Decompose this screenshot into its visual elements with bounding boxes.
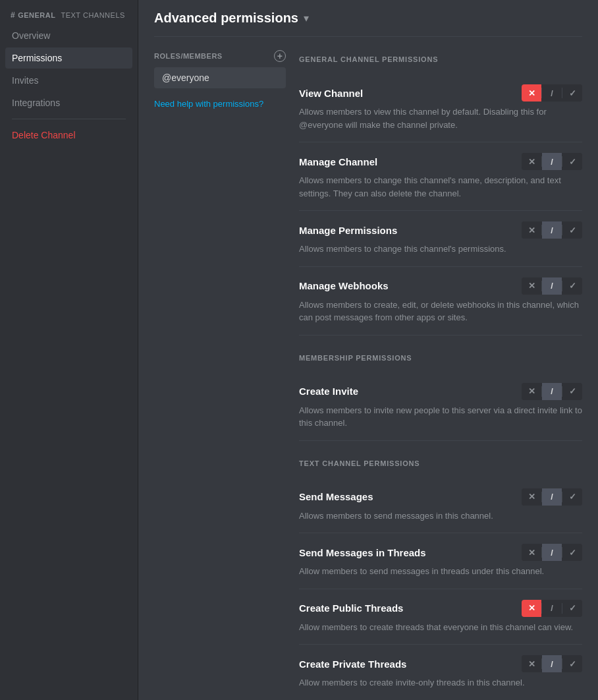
permission-send-messages: Send Messages ✕ / ✓ Allows members to se… — [299, 478, 582, 534]
page-title: Advanced permissions — [154, 11, 298, 26]
permission-create-private-threads: Create Private Threads ✕ / ✓ Allow membe… — [299, 645, 582, 700]
permission-row: Manage Permissions ✕ / ✓ — [299, 221, 582, 239]
hash-icon: # — [11, 11, 15, 20]
permission-row: Manage Channel ✕ / ✓ — [299, 153, 582, 170]
section-label-general: GENERAL CHANNEL PERMISSIONS — [299, 55, 582, 63]
permission-desc: Allows members to change this channel's … — [299, 243, 582, 256]
sidebar-item-integrations[interactable]: Integrations — [5, 92, 132, 113]
allow-button[interactable]: ✓ — [562, 84, 582, 102]
allow-button[interactable]: ✓ — [562, 221, 582, 239]
permission-desc: Allow members to create threads that eve… — [299, 621, 582, 634]
permission-desc: Allow members to send messages in thread… — [299, 565, 582, 578]
sidebar-item-label: Overview — [12, 30, 50, 41]
permission-name: Create Invite — [299, 386, 358, 397]
allow-button[interactable]: ✓ — [562, 544, 582, 561]
permissions-panel: GENERAL CHANNEL PERMISSIONS View Channel… — [299, 50, 582, 700]
neutral-button[interactable]: / — [542, 84, 562, 102]
toggle-group-create-public-threads: ✕ / ✓ — [522, 600, 582, 617]
deny-button[interactable]: ✕ — [522, 277, 541, 295]
deny-button[interactable]: ✕ — [522, 383, 541, 400]
sidebar-item-label: Delete Channel — [12, 130, 76, 140]
toggle-group-manage-channel: ✕ / ✓ — [522, 153, 582, 170]
allow-button[interactable]: ✓ — [562, 383, 582, 400]
deny-button[interactable]: ✕ — [522, 488, 541, 506]
permission-manage-channel: Manage Channel ✕ / ✓ Allows members to c… — [299, 142, 582, 211]
sidebar-sublabel: TEXT CHANNELS — [61, 11, 124, 19]
neutral-button[interactable]: / — [542, 383, 562, 400]
permission-name: Manage Channel — [299, 156, 377, 167]
permission-row: Send Messages in Threads ✕ / ✓ — [299, 544, 582, 561]
permission-manage-permissions: Manage Permissions ✕ / ✓ Allows members … — [299, 211, 582, 267]
permission-desc: Allows members to create, edit, or delet… — [299, 299, 582, 324]
chevron-down-icon[interactable]: ▾ — [304, 12, 309, 24]
everyone-label: @everyone — [162, 73, 209, 83]
allow-button[interactable]: ✓ — [562, 488, 582, 506]
permission-send-messages-threads: Send Messages in Threads ✕ / ✓ Allow mem… — [299, 533, 582, 589]
toggle-group-create-invite: ✕ / ✓ — [522, 383, 582, 400]
permission-desc: Allow members to create invite-only thre… — [299, 676, 582, 689]
toggle-group-create-private-threads: ✕ / ✓ — [522, 655, 582, 672]
toggle-group-view-channel: ✕ / ✓ — [522, 84, 582, 102]
allow-button[interactable]: ✓ — [562, 600, 582, 617]
allow-button[interactable]: ✓ — [562, 655, 582, 672]
sidebar-item-label: Permissions — [12, 53, 62, 63]
deny-button[interactable]: ✕ — [522, 544, 541, 561]
allow-button[interactable]: ✓ — [562, 153, 582, 170]
roles-label: ROLES/MEMBERS + — [154, 50, 286, 62]
neutral-button[interactable]: / — [542, 153, 562, 170]
content-layout: ROLES/MEMBERS + @everyone Need help with… — [154, 50, 582, 700]
sidebar-item-label: Integrations — [12, 98, 60, 108]
neutral-button[interactable]: / — [542, 488, 562, 506]
neutral-button[interactable]: / — [542, 600, 562, 617]
deny-button[interactable]: ✕ — [522, 84, 541, 102]
roles-label-text: ROLES/MEMBERS — [154, 52, 223, 60]
toggle-group-send-messages-threads: ✕ / ✓ — [522, 544, 582, 561]
sidebar-divider — [12, 119, 126, 119]
help-link[interactable]: Need help with permissions? — [154, 99, 286, 109]
sidebar-item-permissions[interactable]: Permissions — [5, 47, 132, 69]
permission-desc: Allows members to invite new people to t… — [299, 404, 582, 430]
plus-icon: + — [277, 51, 283, 61]
permission-name: Send Messages — [299, 491, 373, 502]
sidebar-item-delete-channel[interactable]: Delete Channel — [5, 125, 132, 146]
neutral-button[interactable]: / — [542, 655, 562, 672]
sidebar-section-label: # GENERAL TEXT CHANNELS — [5, 8, 132, 25]
permission-row: Manage Webhooks ✕ / ✓ — [299, 277, 582, 295]
permission-name: Create Private Threads — [299, 658, 406, 670]
section-label-membership: MEMBERSHIP PERMISSIONS — [299, 354, 582, 362]
main-header: Advanced permissions ▾ — [154, 0, 582, 37]
permission-row: View Channel ✕ / ✓ — [299, 84, 582, 102]
permission-row: Send Messages ✕ / ✓ — [299, 488, 582, 506]
permission-create-public-threads: Create Public Threads ✕ / ✓ Allow member… — [299, 589, 582, 645]
allow-button[interactable]: ✓ — [562, 277, 582, 295]
sidebar-item-label: Invites — [12, 75, 38, 86]
deny-button[interactable]: ✕ — [522, 655, 541, 672]
permission-name: Send Messages in Threads — [299, 547, 426, 558]
everyone-role-item[interactable]: @everyone — [154, 67, 286, 88]
sidebar-item-overview[interactable]: Overview — [5, 25, 132, 46]
section-spacer — [299, 441, 582, 454]
neutral-button[interactable]: / — [542, 221, 562, 239]
sidebar-general-label: GENERAL — [18, 11, 55, 19]
permission-row: Create Private Threads ✕ / ✓ — [299, 655, 582, 672]
section-label-text-channel: TEXT CHANNEL PERMISSIONS — [299, 459, 582, 467]
neutral-button[interactable]: / — [542, 277, 562, 295]
permission-name: Manage Webhooks — [299, 280, 389, 291]
deny-button[interactable]: ✕ — [522, 221, 541, 239]
permission-name: Manage Permissions — [299, 225, 397, 236]
deny-button[interactable]: ✕ — [522, 600, 541, 617]
toggle-group-manage-permissions: ✕ / ✓ — [522, 221, 582, 239]
toggle-group-manage-webhooks: ✕ / ✓ — [522, 277, 582, 295]
permission-desc: Allows members to view this channel by d… — [299, 105, 582, 131]
roles-panel: ROLES/MEMBERS + @everyone Need help with… — [154, 50, 299, 700]
permission-create-invite: Create Invite ✕ / ✓ Allows members to in… — [299, 372, 582, 441]
permission-row: Create Invite ✕ / ✓ — [299, 383, 582, 400]
sidebar-item-invites[interactable]: Invites — [5, 70, 132, 91]
permission-view-channel: View Channel ✕ / ✓ Allows members to vie… — [299, 74, 582, 142]
neutral-button[interactable]: / — [542, 544, 562, 561]
permission-row: Create Public Threads ✕ / ✓ — [299, 600, 582, 617]
permission-manage-webhooks: Manage Webhooks ✕ / ✓ Allows members to … — [299, 267, 582, 335]
deny-button[interactable]: ✕ — [522, 153, 541, 170]
section-spacer — [299, 335, 582, 349]
add-role-button[interactable]: + — [274, 50, 286, 62]
